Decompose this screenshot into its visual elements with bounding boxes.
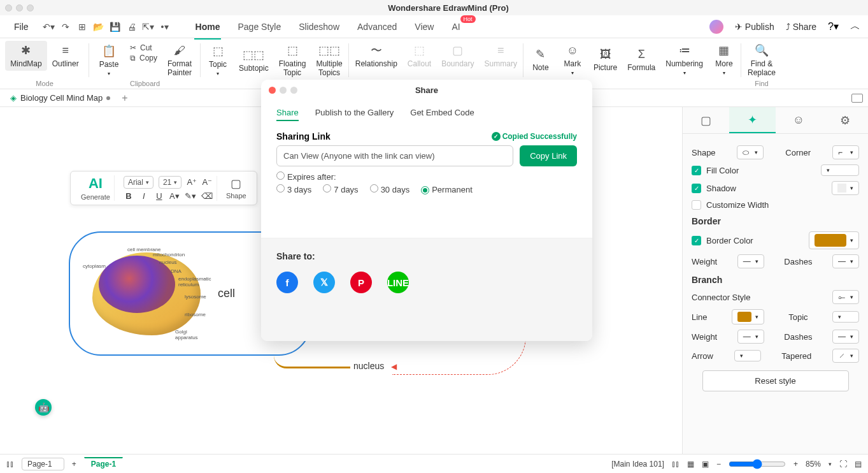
multiple-topics-button[interactable]: ⬚⬚Multiple Topics <box>311 41 347 80</box>
width-checkbox[interactable] <box>692 200 701 210</box>
panel-toggle[interactable] <box>851 94 863 103</box>
cut-button[interactable]: ✂Cut <box>130 43 157 52</box>
more-icon[interactable]: •▾ <box>160 22 170 32</box>
subtopic-button[interactable]: ⬚⬚Subtopic <box>234 41 274 80</box>
tapered-select[interactable]: ⟋▾ <box>832 349 859 363</box>
print-icon[interactable]: 🖨 <box>127 22 137 32</box>
share-link-input[interactable]: Can View (Anyone with the link can view) <box>276 145 513 166</box>
ai-assistant-bubble[interactable]: 🤖 <box>35 399 52 416</box>
border-dashes-select[interactable]: —▾ <box>832 254 859 268</box>
line-weight-select[interactable]: —▾ <box>737 330 764 344</box>
panel-tab-icon[interactable]: ☺ <box>776 107 822 133</box>
tab-page-style[interactable]: Page Style <box>236 19 282 34</box>
user-avatar[interactable] <box>709 20 723 34</box>
border-color-select[interactable]: ▾ <box>809 231 859 249</box>
increase-font-icon[interactable]: A⁺ <box>187 177 197 187</box>
new-icon[interactable]: ⊞ <box>77 22 87 32</box>
panel-tab-settings[interactable]: ⚙ <box>822 107 868 133</box>
share-button[interactable]: ⤴Share <box>786 22 816 32</box>
underline-button[interactable]: U <box>154 191 164 201</box>
zoom-out-button[interactable]: − <box>716 460 721 469</box>
more-button[interactable]: ▦More▾ <box>708 41 740 78</box>
relationship-arrow[interactable] <box>392 337 526 375</box>
outline-icon[interactable]: ⫿⫿ <box>6 460 14 469</box>
copy-button[interactable]: ⧉Copy <box>130 54 157 62</box>
tab-slideshow[interactable]: Slideshow <box>297 19 341 34</box>
redo-icon[interactable]: ↷ <box>60 22 71 32</box>
expire-permanent[interactable]: Permanent <box>421 185 473 194</box>
dialog-traffic-lights[interactable] <box>269 87 297 94</box>
font-color-button[interactable]: A▾ <box>169 191 180 201</box>
tab-advanced[interactable]: Advanced <box>356 19 398 34</box>
publish-gallery-tab[interactable]: Publish to the Gallery <box>315 105 394 121</box>
numbering-button[interactable]: ≔Numbering▾ <box>660 41 708 78</box>
open-icon[interactable]: 📂 <box>94 22 104 32</box>
view-icon-3[interactable]: ▣ <box>702 460 709 469</box>
fit-icon[interactable]: ▤ <box>855 460 862 469</box>
connector-select[interactable]: ⟜▾ <box>832 290 859 304</box>
formula-button[interactable]: ΣFormula <box>622 41 660 78</box>
zoom-in-button[interactable]: + <box>793 460 798 469</box>
clear-format-button[interactable]: ⌫ <box>201 191 213 201</box>
font-select[interactable]: Arial▾ <box>124 176 153 189</box>
undo-icon[interactable]: ↶▾ <box>44 22 54 32</box>
picture-button[interactable]: 🖼Picture <box>588 41 622 78</box>
embed-code-tab[interactable]: Get Embed Code <box>410 105 474 121</box>
twitter-icon[interactable]: 𝕏 <box>313 272 335 293</box>
add-page-button[interactable]: + <box>72 460 76 469</box>
view-icon-1[interactable]: ⫿⫿ <box>672 460 679 469</box>
subtopic-label[interactable]: nucleus <box>353 361 384 371</box>
window-traffic-lights[interactable] <box>5 4 34 11</box>
font-size-select[interactable]: 21▾ <box>159 176 181 189</box>
panel-tab-style[interactable]: ✦ <box>729 107 776 133</box>
mindmap-mode[interactable]: ✱MindMap <box>5 41 46 71</box>
panel-tab-shape[interactable]: ▢ <box>683 107 729 133</box>
topic-button[interactable]: ⬚Topic▾ <box>202 41 234 80</box>
expire-30days[interactable]: 30 days <box>370 184 410 194</box>
shape-select[interactable]: ⬭▾ <box>737 145 764 159</box>
tab-view[interactable]: View <box>413 19 435 34</box>
document-tab[interactable]: ◈ Biology Cell Mind Map <box>5 92 115 104</box>
find-replace-button[interactable]: 🔍Find & Replace <box>743 41 781 80</box>
fullscreen-icon[interactable]: ⛶ <box>839 460 847 469</box>
format-painter-button[interactable]: 🖌Format Painter <box>162 41 197 80</box>
export-icon[interactable]: ⇱▾ <box>143 22 153 32</box>
decrease-font-icon[interactable]: A⁻ <box>202 177 212 187</box>
generate-button[interactable]: Generate <box>81 193 110 201</box>
mark-button[interactable]: ☺Mark▾ <box>557 41 588 78</box>
shadow-select[interactable]: ▾ <box>832 181 859 195</box>
border-color-checkbox[interactable]: ✓ <box>692 236 701 245</box>
file-menu[interactable]: File <box>8 19 35 34</box>
arrow-select[interactable]: ▾ <box>734 350 761 361</box>
bold-button[interactable]: B <box>124 191 134 201</box>
zoom-slider[interactable] <box>729 459 786 469</box>
highlight-button[interactable]: ✎▾ <box>185 191 196 201</box>
publish-button[interactable]: ✈Publish <box>735 22 774 32</box>
zoom-level[interactable]: 85% <box>806 460 821 469</box>
floating-topic-button[interactable]: ⬚Floating Topic <box>274 41 311 80</box>
expire-3days[interactable]: 3 days <box>276 184 311 194</box>
border-weight-select[interactable]: —▾ <box>737 254 764 268</box>
pinterest-icon[interactable]: P <box>350 272 372 293</box>
tab-home[interactable]: Home <box>194 19 222 34</box>
page-tab[interactable]: Page-1 <box>84 457 123 470</box>
line-color-select[interactable]: ▾ <box>732 309 764 324</box>
copy-link-button[interactable]: Copy Link <box>520 145 577 166</box>
reset-style-button[interactable]: Reset style <box>702 370 849 391</box>
collapse-ribbon-icon[interactable]: ︿ <box>850 20 860 33</box>
share-tab[interactable]: Share <box>276 105 299 121</box>
outliner-mode[interactable]: ≡Outliner <box>47 41 84 71</box>
view-icon-2[interactable]: ▦ <box>687 460 694 469</box>
expire-7days[interactable]: 7 days <box>323 184 358 194</box>
topic-select[interactable]: ▾ <box>832 311 859 323</box>
note-button[interactable]: ✎Note <box>525 41 557 78</box>
fill-checkbox[interactable]: ✓ <box>692 166 701 175</box>
relationship-button[interactable]: 〜Relationship <box>350 41 402 71</box>
facebook-icon[interactable]: f <box>276 272 298 293</box>
paste-button[interactable]: 📋Paste▾ <box>93 41 125 80</box>
add-tab-button[interactable]: + <box>122 92 127 104</box>
corner-select[interactable]: ⌐▾ <box>832 145 859 159</box>
line-icon[interactable]: LINE <box>387 272 409 293</box>
tab-ai[interactable]: AIHot <box>450 19 461 34</box>
shape-button[interactable]: Shape <box>226 192 246 200</box>
